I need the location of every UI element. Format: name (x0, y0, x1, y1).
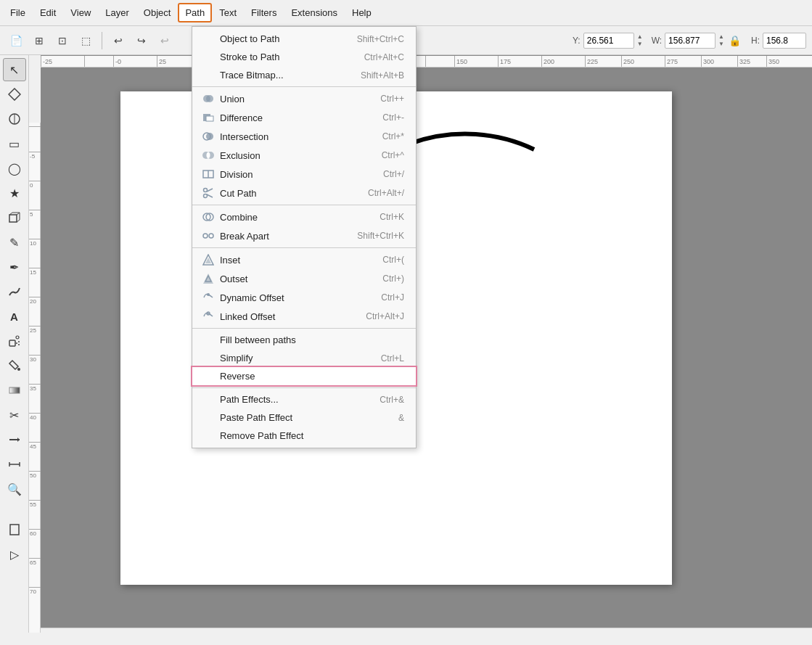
difference-shortcut: Ctrl+- (382, 112, 404, 123)
menu-item-inset[interactable]: InsetCtrl+( (192, 250, 416, 269)
w-label: W: (652, 36, 662, 46)
ruler-horizontal: -25-025507512515017520022525027530032535… (41, 56, 812, 67)
menu-item-reverse[interactable]: Reverse (192, 367, 416, 385)
menu-item-linked-offset[interactable]: Linked OffsetCtrl+Alt+J (192, 307, 416, 326)
lock-icon[interactable]: 🔒 (729, 35, 741, 46)
tool-ellipse[interactable]: ◯ (3, 157, 26, 180)
menu-view[interactable]: View (63, 3, 98, 22)
exclusion-label: Exclusion (220, 150, 376, 161)
page-tool[interactable] (3, 518, 26, 541)
tool-3dbox[interactable] (3, 206, 26, 229)
division-label: Division (220, 169, 377, 180)
vruler-tick: 0 (29, 181, 41, 189)
tool-pen[interactable]: ✒ (3, 255, 26, 279)
tool-text[interactable]: A (3, 305, 26, 328)
toolbar-redo[interactable]: ↪ (131, 30, 152, 51)
menu-item-exclusion[interactable]: ExclusionCtrl+^ (192, 146, 416, 165)
canvas-area[interactable]: ᵗ (41, 55, 812, 633)
vruler-tick: 20 (29, 297, 41, 305)
ruler-vertical: -50510152025303540455055606570 (29, 123, 41, 633)
menu-item-dynamic-offset[interactable]: Dynamic OffsetCtrl+J (192, 288, 416, 307)
difference-icon (201, 112, 216, 123)
menu-path[interactable]: Path (178, 3, 212, 22)
tool-dropper[interactable]: ✂ (3, 403, 26, 427)
svg-point-45 (207, 293, 210, 296)
cut-path-shortcut: Ctrl+Alt+/ (368, 188, 404, 198)
stroke-to-path-label: Stroke to Path (220, 52, 358, 62)
dynamic-offset-shortcut: Ctrl+J (381, 292, 404, 303)
menu-edit[interactable]: Edit (33, 3, 63, 22)
svg-rect-21 (10, 525, 19, 535)
vruler-tick: 40 (29, 413, 41, 422)
y-input[interactable] (583, 33, 634, 49)
y-stepper[interactable]: ▲▼ (637, 33, 643, 48)
tool-rect[interactable]: ▭ (3, 132, 26, 155)
svg-point-13 (18, 344, 20, 345)
h-input[interactable] (763, 33, 806, 49)
toolbar-zoom-sel[interactable]: ⬚ (75, 30, 96, 51)
w-input[interactable] (665, 33, 715, 49)
menu-item-remove-path-effect[interactable]: Remove Path Effect (192, 427, 416, 445)
object-to-path-shortcut: Shift+Ctrl+C (357, 34, 404, 44)
menu-text[interactable]: Text (212, 3, 244, 22)
menu-object[interactable]: Object (136, 3, 179, 22)
tool-gradient[interactable] (3, 379, 26, 402)
menu-item-simplify[interactable]: SimplifyCtrl+L (192, 349, 416, 367)
menubar: File Edit View Layer Object Path Text Fi… (0, 0, 812, 26)
tool-connector[interactable] (3, 428, 26, 451)
linked-offset-label: Linked Offset (220, 311, 360, 322)
menu-item-paste-path-effect[interactable]: Paste Path Effect& (192, 408, 416, 427)
toolbar-grid[interactable]: ⊞ (29, 30, 49, 51)
tool-calligraphy[interactable] (3, 280, 26, 303)
ruler-tick: 325 (737, 56, 750, 67)
tool-node[interactable] (3, 83, 26, 106)
ruler-tick: 300 (701, 56, 714, 67)
play-btn[interactable]: ▷ (3, 543, 26, 566)
w-stepper[interactable]: ▲▼ (718, 33, 724, 48)
menu-extensions[interactable]: Extensions (284, 3, 345, 22)
menu-item-outset[interactable]: OutsetCtrl+) (192, 269, 416, 288)
intersection-shortcut: Ctrl+* (382, 131, 404, 141)
toolbar-zoom-fit[interactable]: ⊡ (52, 30, 73, 51)
svg-point-23 (206, 95, 213, 102)
svg-point-12 (16, 342, 17, 344)
tool-paint-bucket[interactable] (3, 354, 26, 377)
toolbar-more[interactable]: ↩ (155, 30, 175, 51)
svg-point-27 (206, 133, 213, 140)
toolbar-new[interactable]: 📄 (6, 30, 26, 51)
menu-item-combine[interactable]: CombineCtrl+K (192, 208, 416, 226)
tool-star[interactable]: ★ (3, 181, 26, 205)
menu-item-difference[interactable]: DifferenceCtrl+- (192, 108, 416, 127)
menu-item-break-apart[interactable]: Break ApartShift+Ctrl+K (192, 226, 416, 245)
tool-spray[interactable] (3, 329, 26, 353)
menu-item-object-to-path[interactable]: Object to PathShift+Ctrl+C (192, 30, 416, 48)
menu-item-fill-between-paths[interactable]: Fill between paths (192, 331, 416, 349)
menu-item-union[interactable]: UnionCtrl++ (192, 89, 416, 108)
ruler-tick: 350 (766, 56, 779, 67)
menu-item-division[interactable]: DivisionCtrl+/ (192, 165, 416, 184)
w-coord-group: W: ▲▼ (652, 33, 724, 49)
menu-item-path-effects[interactable]: Path Effects...Ctrl+& (192, 390, 416, 408)
menu-item-intersection[interactable]: IntersectionCtrl+* (192, 127, 416, 146)
vruler-tick: -5 (29, 152, 41, 160)
tool-measure[interactable] (3, 453, 26, 476)
linked-offset-icon (201, 311, 216, 322)
menu-filters[interactable]: Filters (244, 3, 284, 22)
tool-tweak[interactable] (3, 107, 26, 131)
menu-help[interactable]: Help (345, 3, 379, 22)
menu-item-cut-path[interactable]: Cut PathCtrl+Alt+/ (192, 184, 416, 202)
outset-icon (201, 273, 216, 284)
path-effects-label: Path Effects... (220, 394, 374, 405)
menu-layer[interactable]: Layer (98, 3, 136, 22)
tool-select[interactable]: ↖ (3, 58, 26, 81)
tool-zoom[interactable]: 🔍 (3, 477, 26, 501)
svg-point-14 (17, 368, 20, 371)
vruler-tick (29, 126, 41, 135)
menu-separator (192, 86, 416, 87)
menu-item-stroke-to-path[interactable]: Stroke to PathCtrl+Alt+C (192, 48, 416, 66)
menu-item-trace-bitmap[interactable]: Trace Bitmap...Shift+Alt+B (192, 66, 416, 84)
tool-pencil[interactable]: ✎ (3, 231, 26, 254)
toolbar-undo[interactable]: ↩ (108, 30, 128, 51)
trace-bitmap-label: Trace Bitmap... (220, 70, 355, 81)
menu-file[interactable]: File (3, 3, 33, 22)
